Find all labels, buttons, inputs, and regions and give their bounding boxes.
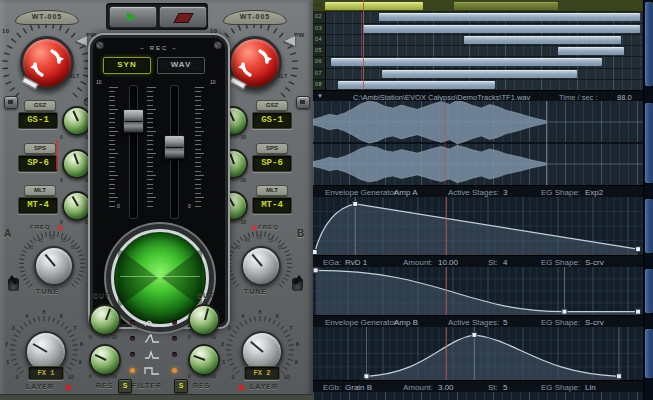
wave-select-led[interactable] bbox=[172, 336, 177, 341]
module-display-gs1-left[interactable]: GS-1 bbox=[18, 112, 58, 129]
fader-tick bbox=[147, 153, 156, 154]
envelope-node[interactable] bbox=[313, 250, 317, 255]
eg-b-graph[interactable] bbox=[313, 327, 643, 380]
tune-a-knob[interactable] bbox=[34, 246, 74, 286]
scrollbar-handle[interactable] bbox=[645, 103, 653, 183]
toggle-switch-b[interactable] bbox=[292, 278, 303, 291]
fx-ring-number: 3 bbox=[228, 325, 231, 331]
eg-b-name[interactable]: Amp B bbox=[394, 318, 418, 327]
scrollbar-handle[interactable] bbox=[645, 199, 653, 253]
audio-clip[interactable] bbox=[325, 2, 423, 10]
collapse-icon[interactable]: ▼ bbox=[317, 93, 323, 99]
eg-a2-amount-label: Amount: bbox=[403, 258, 433, 267]
cut-knob-left[interactable] bbox=[89, 304, 121, 336]
envelope-node[interactable] bbox=[353, 201, 358, 206]
fx-ring-number: 8 bbox=[80, 341, 83, 347]
fader-tick bbox=[147, 96, 153, 97]
fader-tick bbox=[109, 162, 115, 163]
cut-label-right: CUT bbox=[197, 292, 214, 299]
waveform-view[interactable] bbox=[313, 101, 643, 185]
envelope-node[interactable] bbox=[616, 374, 621, 379]
eg-b-shape-label: EG Shape: bbox=[541, 318, 580, 327]
module-display-sp6-right[interactable]: SP-6 bbox=[252, 155, 292, 172]
eg-a2-shape-value[interactable]: S-crv bbox=[585, 258, 604, 267]
wave-select-led[interactable] bbox=[130, 336, 135, 341]
fader-tick bbox=[109, 135, 115, 136]
fader-b-handle[interactable] bbox=[164, 135, 185, 159]
wave-select-led[interactable] bbox=[130, 320, 135, 325]
cut-knob-right[interactable] bbox=[188, 304, 220, 336]
res-knob-left[interactable] bbox=[89, 344, 121, 376]
audio-clip[interactable] bbox=[338, 81, 496, 89]
wave-select-led[interactable] bbox=[172, 320, 177, 325]
wave-select-led[interactable] bbox=[172, 352, 177, 357]
syn-button[interactable]: SYN bbox=[103, 57, 151, 74]
audio-clip[interactable] bbox=[379, 13, 640, 21]
fader-tick bbox=[109, 131, 118, 132]
play-button[interactable] bbox=[109, 6, 157, 28]
fader-tick bbox=[195, 201, 201, 202]
res-knob-right[interactable] bbox=[188, 344, 220, 376]
module-display-gs1-right[interactable]: GS-1 bbox=[252, 112, 292, 129]
fader-tick bbox=[147, 184, 153, 185]
solo-button-right[interactable]: S bbox=[174, 379, 188, 393]
envelope-node[interactable] bbox=[636, 247, 641, 252]
record-button[interactable] bbox=[159, 6, 207, 28]
eg-a-name[interactable]: Amp A bbox=[394, 188, 418, 197]
playlist-playhead[interactable] bbox=[363, 0, 364, 90]
eg-b-shape-value[interactable]: S-crv bbox=[585, 318, 604, 327]
eg-b-stages-label: Active Stages: bbox=[448, 318, 499, 327]
audio-clip[interactable] bbox=[382, 70, 577, 78]
fader-tick bbox=[195, 135, 201, 136]
eg-b2-amount-value[interactable]: 3.00 bbox=[438, 383, 454, 392]
envelope-node[interactable] bbox=[636, 309, 641, 314]
toggle-switch-a[interactable] bbox=[8, 278, 19, 291]
fader-tick bbox=[147, 87, 156, 88]
scrollbar-handle[interactable] bbox=[645, 269, 653, 313]
module-display-mt4-right[interactable]: MT-4 bbox=[252, 197, 292, 214]
scrollbar-handle[interactable] bbox=[645, 2, 653, 86]
module-display-sp6-left[interactable]: SP-6 bbox=[18, 155, 58, 172]
eg-a-stages-label: Active Stages: bbox=[448, 188, 499, 197]
fx1-layer-led bbox=[66, 385, 71, 390]
solo-button-left[interactable]: S bbox=[118, 379, 132, 393]
fx2-display[interactable]: FX 2 bbox=[244, 366, 280, 380]
eg-a2-amount-value[interactable]: 10.00 bbox=[438, 258, 458, 267]
wave-select-led[interactable] bbox=[172, 368, 177, 373]
audio-clip[interactable] bbox=[363, 25, 640, 33]
audio-clip[interactable] bbox=[454, 2, 558, 10]
eg-a2-graph[interactable] bbox=[313, 267, 643, 315]
wav-button[interactable]: WAV bbox=[157, 57, 205, 74]
module-display-mt4-left[interactable]: MT-4 bbox=[18, 197, 58, 214]
eg-a-shape-value[interactable]: Exp2 bbox=[585, 188, 603, 197]
eg-b-stages-value[interactable]: 5 bbox=[503, 318, 507, 327]
eg-b2-st-value[interactable]: 5 bbox=[503, 383, 507, 392]
eg-b2-name[interactable]: Grain B bbox=[345, 383, 372, 392]
audio-clip[interactable] bbox=[464, 36, 622, 44]
fx1-display[interactable]: FX 1 bbox=[28, 366, 64, 380]
eg-a-stages-value[interactable]: 3 bbox=[503, 188, 507, 197]
eg-a2-st-value[interactable]: 4 bbox=[503, 258, 507, 267]
eg-b2-shape-value[interactable]: Lin bbox=[585, 383, 596, 392]
envelope-node[interactable] bbox=[562, 309, 567, 314]
envelope-node[interactable] bbox=[472, 332, 477, 337]
tune-b-knob[interactable] bbox=[241, 246, 281, 286]
scrollbar-handle[interactable] bbox=[645, 329, 653, 378]
small-button-a[interactable] bbox=[4, 96, 18, 109]
wave-select-led[interactable] bbox=[130, 368, 135, 373]
audio-clip[interactable] bbox=[558, 47, 624, 55]
track-number: 05 bbox=[315, 47, 322, 53]
envelope-node[interactable] bbox=[364, 374, 369, 379]
eg-a-graph[interactable] bbox=[313, 197, 643, 255]
eg-a2-name[interactable]: RvD 1 bbox=[345, 258, 367, 267]
small-button-b[interactable] bbox=[296, 96, 310, 109]
fader-a-handle[interactable] bbox=[123, 109, 144, 133]
wave-select-led[interactable] bbox=[130, 352, 135, 357]
fader-tick bbox=[195, 87, 204, 88]
waveform-graph bbox=[313, 101, 643, 185]
fader-tick bbox=[147, 162, 153, 163]
audio-clip[interactable] bbox=[331, 58, 602, 66]
osc-b-name-plate: WT-005 bbox=[223, 10, 287, 25]
envelope-node[interactable] bbox=[313, 268, 318, 273]
playlist: 0102030405060708 bbox=[313, 0, 643, 90]
